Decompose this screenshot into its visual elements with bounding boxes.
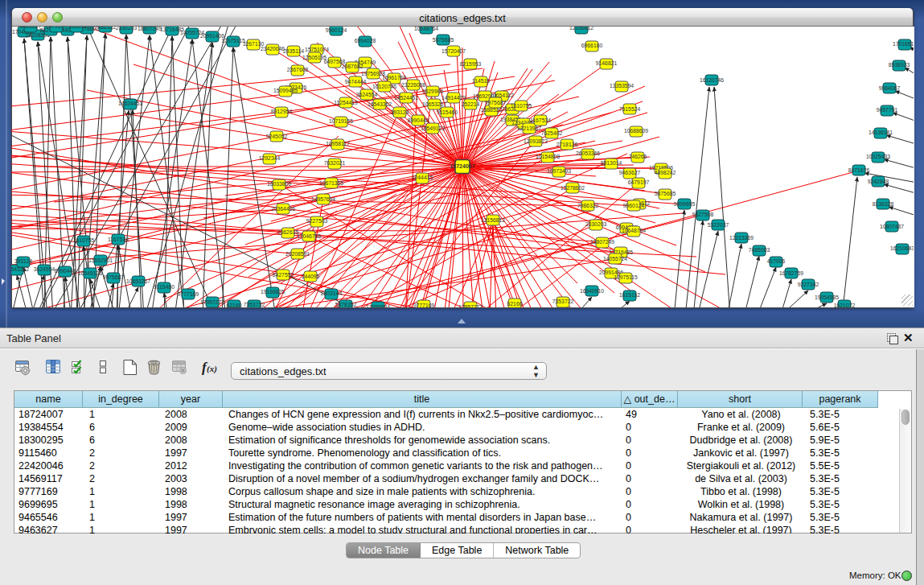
svg-text:7955812: 7955812 [66,27,88,29]
svg-text:5875685: 5875685 [433,37,454,43]
svg-text:14914479: 14914479 [441,95,466,101]
svg-text:10973493: 10973493 [547,168,571,174]
svg-text:9227503: 9227503 [306,218,328,224]
svg-text:9457791: 9457791 [877,107,898,113]
svg-text:9960124: 9960124 [326,27,347,33]
svg-text:1244415: 1244415 [412,175,433,180]
svg-text:114519: 114519 [472,78,490,84]
svg-text:2718126: 2718126 [556,142,578,147]
svg-text:12213369: 12213369 [729,235,754,241]
svg-text:9463627: 9463627 [619,170,641,175]
svg-text:7353722: 7353722 [244,302,265,307]
svg-text:18807249: 18807249 [138,27,162,31]
svg-text:12156812: 12156812 [569,27,593,31]
svg-text:8471676: 8471676 [848,167,870,173]
svg-text:1621072: 1621072 [834,303,856,307]
svg-text:1167534: 1167534 [530,117,551,123]
svg-text:15278602: 15278602 [561,185,585,191]
svg-text:10688609: 10688609 [624,128,648,134]
svg-text:9115460: 9115460 [437,109,458,115]
svg-text:2367608: 2367608 [287,67,309,72]
svg-text:7986322: 7986322 [577,203,599,208]
svg-text:17016514: 17016514 [893,41,914,47]
svg-text:9975687: 9975687 [103,274,125,280]
svg-text:16033809: 16033809 [267,181,291,187]
svg-text:11254419: 11254419 [334,100,358,105]
svg-text:9245052: 9245052 [266,134,288,139]
svg-text:12975115: 12975115 [614,274,638,280]
svg-text:15099485: 15099485 [273,88,298,93]
svg-text:14524451: 14524451 [394,95,418,101]
svg-text:15751074: 15751074 [305,47,329,52]
svg-text:9242848: 9242848 [868,179,889,184]
svg-text:14524451: 14524451 [118,101,142,106]
svg-text:13353594: 13353594 [610,83,634,89]
svg-text:10653267: 10653267 [422,101,446,107]
svg-text:2803144: 2803144 [321,290,343,296]
svg-text:6966160: 6966160 [581,43,603,48]
svg-text:8938933: 8938933 [889,62,910,68]
svg-text:19166825: 19166825 [261,289,285,295]
svg-text:23226058: 23226058 [401,82,425,88]
svg-text:2330203: 2330203 [585,221,607,227]
svg-text:20208591: 20208591 [285,251,310,257]
svg-text:14136141: 14136141 [869,130,893,135]
svg-text:9463627: 9463627 [20,27,42,29]
svg-text:16210643: 16210643 [890,245,914,251]
svg-text:16640910: 16640910 [580,288,604,294]
svg-text:16549123: 16549123 [421,126,445,131]
svg-text:8813014: 8813014 [601,160,622,166]
svg-text:16961768: 16961768 [382,75,406,80]
svg-text:746266: 746266 [629,154,647,159]
svg-text:8990448: 8990448 [408,117,429,123]
svg-text:10671355: 10671355 [319,180,343,186]
svg-text:1615112: 1615112 [619,292,640,298]
svg-text:2935114: 2935114 [283,48,304,54]
svg-text:10025433: 10025433 [866,154,890,159]
svg-text:9329906: 9329906 [422,89,444,94]
svg-text:1610755: 1610755 [73,237,95,243]
svg-text:12093872: 12093872 [524,138,548,144]
svg-text:18724007: 18724007 [450,163,474,169]
svg-text:8912954: 8912954 [271,109,293,114]
svg-text:(x): (x) [207,364,217,374]
svg-text:2330203: 2330203 [116,27,138,31]
svg-text:4498242: 4498242 [655,170,676,175]
svg-text:7986322: 7986322 [95,27,117,30]
svg-text:393124: 393124 [14,258,33,264]
svg-text:6479197: 6479197 [628,179,650,185]
svg-text:16120746: 16120746 [700,77,724,83]
svg-text:5878352: 5878352 [335,302,357,307]
svg-text:17957273: 17957273 [458,304,483,307]
svg-text:9227342: 9227342 [798,282,819,287]
svg-text:1362615: 1362615 [277,229,299,235]
svg-text:1610755: 1610755 [511,103,532,109]
svg-text:9146821: 9146821 [596,60,618,66]
svg-text:7485003: 7485003 [749,247,770,253]
svg-text:393124: 393124 [391,109,409,115]
svg-text:9084067: 9084067 [879,85,901,91]
svg-text:3624554: 3624554 [356,92,378,97]
svg-text:10719155: 10719155 [329,118,353,124]
svg-text:9899695: 9899695 [674,201,696,207]
svg-text:17046755: 17046755 [297,233,321,239]
svg-text:9327508: 9327508 [692,212,714,217]
svg-text:10653267: 10653267 [126,278,150,284]
svg-text:6479197: 6479197 [46,27,68,29]
svg-text:8427552: 8427552 [273,272,294,278]
svg-text:417006: 417006 [767,258,786,264]
svg-text:23420046: 23420046 [261,46,285,51]
svg-text:16120746: 16120746 [372,84,396,89]
svg-text:7353722: 7353722 [552,299,574,304]
svg-text:8215953: 8215953 [460,61,482,67]
svg-text:5322037: 5322037 [708,222,729,228]
svg-text:17359924: 17359924 [366,304,390,307]
svg-text:2087682: 2087682 [342,64,363,69]
svg-text:10154808: 10154808 [536,154,560,159]
svg-text:62160: 62160 [507,301,523,307]
svg-text:14957694: 14957694 [311,196,335,202]
svg-text:9960124: 9960124 [623,203,645,208]
svg-text:15692901: 15692901 [88,257,113,263]
svg-text:14055724: 14055724 [603,256,627,262]
svg-text:9975687: 9975687 [485,100,507,105]
